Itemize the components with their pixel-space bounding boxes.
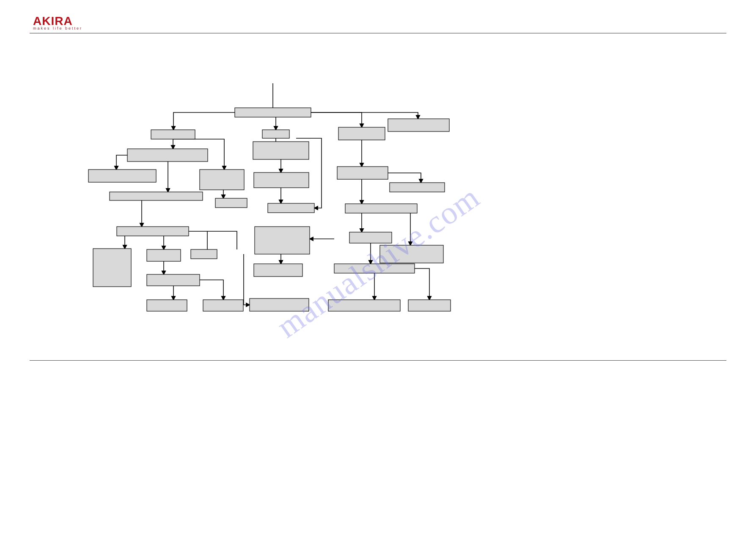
- flowchart-connector: [388, 173, 421, 183]
- flowchart-node: [88, 170, 156, 182]
- flowchart-node: [328, 300, 400, 311]
- flowchart-node: [110, 192, 203, 200]
- page: AKIRA makes life better manualshive.com: [0, 0, 756, 534]
- flowchart-connector: [189, 231, 237, 249]
- flowchart-node: [388, 119, 449, 131]
- flowchart-connector: [311, 112, 362, 127]
- flowchart-node: [334, 264, 415, 273]
- flowchart-node: [338, 127, 385, 140]
- flowchart-node: [127, 149, 208, 162]
- flowchart-node: [262, 130, 289, 138]
- flowchart-connector: [410, 208, 417, 245]
- flowchart-connector: [116, 155, 127, 170]
- flowchart-node: [337, 167, 388, 179]
- flowchart-node: [147, 274, 200, 286]
- flowchart-connector: [244, 254, 250, 305]
- flowchart-connector: [200, 280, 223, 300]
- flowchart-node: [408, 300, 451, 311]
- flowchart-node: [380, 245, 443, 263]
- flowchart-connector: [311, 112, 418, 119]
- flowchart-node: [390, 183, 445, 192]
- flowchart-node: [349, 232, 392, 243]
- flowchart-connector: [415, 268, 429, 300]
- flowchart-node: [345, 204, 417, 213]
- flowchart-connector: [173, 112, 235, 130]
- flowchart-node: [147, 249, 181, 261]
- flowchart-node: [254, 264, 302, 277]
- flowchart-node: [200, 170, 244, 190]
- flowchart-node: [151, 130, 195, 139]
- flowchart-node: [253, 142, 309, 159]
- flowchart-node: [215, 198, 247, 208]
- flowchart-node: [203, 300, 243, 311]
- flowchart-node: [147, 300, 187, 311]
- flowchart-node: [235, 108, 311, 117]
- flowchart-node: [117, 227, 189, 236]
- flowchart-node: [93, 249, 131, 287]
- flowchart-node: [268, 203, 314, 213]
- flowchart-node: [255, 227, 310, 254]
- rule-bottom: [30, 360, 726, 361]
- flowchart: [0, 0, 756, 534]
- flowchart-node: [191, 249, 217, 259]
- flowchart-node: [254, 173, 309, 188]
- flowchart-node: [250, 298, 309, 311]
